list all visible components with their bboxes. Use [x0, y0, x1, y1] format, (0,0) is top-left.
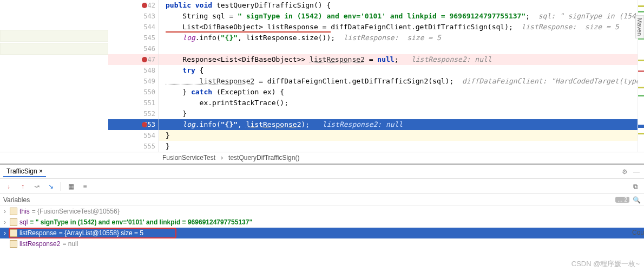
breadcrumb-method[interactable]: testQueryDifTrafficSign() [228, 154, 299, 162]
hidden-frames-badge[interactable]: … 2 [615, 197, 629, 203]
watermark: CSDN @程序媛一枚~ [571, 259, 640, 269]
code-editor[interactable]: public void testQueryDifTrafficSign() { … [159, 0, 638, 152]
download-icon[interactable]: ↓ [3, 181, 14, 192]
object-icon [10, 240, 17, 248]
var-row-listResponse2[interactable]: listResponse2 = null [0, 238, 644, 249]
object-icon [10, 218, 17, 226]
filter-icon[interactable]: ⧉ [630, 181, 641, 192]
grid-icon[interactable]: ▦ [65, 181, 76, 192]
search-icon[interactable]: 🔍 [633, 196, 641, 204]
maven-toolwindow-tab[interactable]: Maven [635, 15, 644, 38]
var-row-sql[interactable]: ›sql = " signType in (1542) and env='010… [0, 217, 644, 228]
var-row-listResponse[interactable]: ›listResponse = {ArrayList@10558} size =… [0, 228, 644, 238]
editor-markers-left [0, 0, 108, 152]
upload-icon[interactable]: ↑ [17, 181, 28, 192]
line-gutter: 542 543 544 545 546 547 548 549 550 551 … [108, 0, 159, 152]
debug-tab[interactable]: TrafficSign × [3, 166, 46, 177]
variables-header: Variables … 2 🔍 [0, 194, 644, 206]
gear-icon[interactable]: ⚙ [620, 167, 629, 176]
breakpoint-icon[interactable] [142, 3, 147, 8]
step-over-icon[interactable]: ⤻ [31, 181, 42, 192]
list-icon[interactable]: ≡ [80, 181, 90, 192]
step-into-icon[interactable]: ↘ [45, 181, 56, 192]
breakpoint-icon[interactable] [142, 122, 147, 127]
object-icon [10, 229, 17, 237]
var-row-this[interactable]: ›this = {FusionServiceTest@10556} [0, 206, 644, 217]
breadcrumb[interactable]: FusionServiceTest › testQueryDifTrafficS… [0, 152, 644, 164]
truncated-label: Cou [632, 229, 644, 236]
breakpoint-icon[interactable] [142, 57, 147, 62]
breadcrumb-class[interactable]: FusionServiceTest [162, 154, 215, 162]
object-icon [10, 208, 17, 215]
variables-tree[interactable]: ›this = {FusionServiceTest@10556} ›sql =… [0, 206, 644, 249]
minimize-icon[interactable]: — [632, 167, 641, 176]
debug-toolbar: ↓ ↑ ⤻ ↘ ▦ ≡ ⧉ [0, 179, 644, 194]
